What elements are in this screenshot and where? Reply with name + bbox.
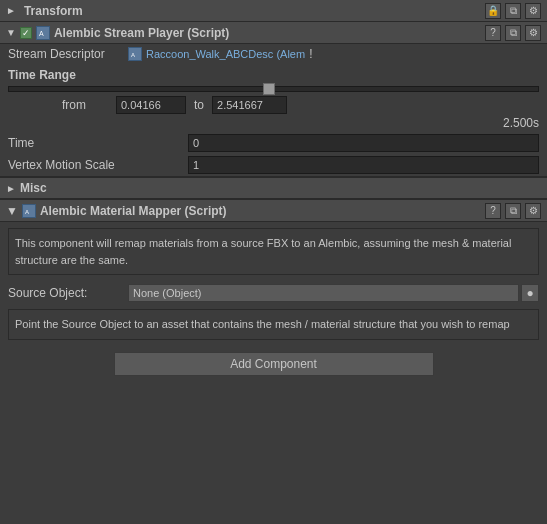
duration-value: 2.500s bbox=[503, 116, 539, 130]
from-to-row: from to bbox=[0, 94, 547, 116]
vertex-motion-scale-row: Vertex Motion Scale bbox=[0, 154, 547, 176]
player-gear-icon[interactable]: ⚙ bbox=[525, 25, 541, 41]
from-value-input[interactable] bbox=[116, 96, 186, 114]
duration-row: 2.500s bbox=[0, 116, 547, 132]
transform-arrow-icon: ► bbox=[6, 5, 16, 16]
time-range-slider[interactable] bbox=[8, 86, 539, 92]
player-component-icon: A bbox=[36, 26, 50, 40]
svg-text:A: A bbox=[25, 209, 29, 215]
stream-descriptor-label: Stream Descriptor bbox=[8, 47, 128, 61]
mapper-gear-icon[interactable]: ⚙ bbox=[525, 203, 541, 219]
mapper-hint: Point the Source Object to an asset that… bbox=[8, 309, 539, 340]
svg-text:A: A bbox=[39, 30, 44, 37]
source-object-label: Source Object: bbox=[8, 286, 128, 300]
transform-header: ► Transform 🔒 ⧉ ⚙ bbox=[0, 0, 547, 22]
player-enable-checkbox[interactable]: ✓ bbox=[20, 27, 32, 39]
time-range-slider-container bbox=[0, 84, 547, 94]
to-value-input[interactable] bbox=[212, 96, 287, 114]
alembic-player-section: ▼ ✓ A Alembic Stream Player (Script) ? ⧉… bbox=[0, 22, 547, 177]
transform-title: Transform bbox=[24, 4, 485, 18]
stream-alert-icon: ! bbox=[309, 47, 323, 61]
stream-descriptor-row: Stream Descriptor A Raccoon_Walk_ABCDesc… bbox=[0, 44, 547, 64]
source-object-picker-button[interactable]: ● bbox=[521, 284, 539, 302]
misc-header[interactable]: ► Misc bbox=[0, 177, 547, 199]
mapper-description: This component will remap materials from… bbox=[8, 228, 539, 275]
vertex-motion-scale-label: Vertex Motion Scale bbox=[8, 158, 188, 172]
lock-icon[interactable]: 🔒 bbox=[485, 3, 501, 19]
time-label: Time bbox=[8, 136, 188, 150]
add-component-row: Add Component bbox=[0, 344, 547, 384]
source-object-row: Source Object: ● bbox=[0, 281, 547, 305]
gear-icon[interactable]: ⚙ bbox=[525, 3, 541, 19]
add-component-button[interactable]: Add Component bbox=[114, 352, 434, 376]
vertex-motion-scale-input[interactable] bbox=[188, 156, 539, 174]
material-mapper-header[interactable]: ▼ A Alembic Material Mapper (Script) ? ⧉… bbox=[0, 200, 547, 222]
copy-icon[interactable]: ⧉ bbox=[505, 3, 521, 19]
source-object-input[interactable] bbox=[128, 284, 519, 302]
mapper-help-icon[interactable]: ? bbox=[485, 203, 501, 219]
misc-arrow-icon: ► bbox=[6, 183, 16, 194]
stream-asset-icon: A bbox=[128, 47, 142, 61]
time-row: Time bbox=[0, 132, 547, 154]
misc-label: Misc bbox=[20, 181, 47, 195]
misc-section: ► Misc bbox=[0, 177, 547, 199]
stream-descriptor-name: Raccoon_Walk_ABCDesc (Alem bbox=[146, 48, 305, 60]
slider-thumb[interactable] bbox=[263, 83, 275, 95]
player-collapse-arrow: ▼ bbox=[6, 27, 16, 38]
mapper-title: Alembic Material Mapper (Script) bbox=[40, 204, 481, 218]
mapper-collapse-arrow: ▼ bbox=[6, 204, 18, 218]
time-value-input[interactable] bbox=[188, 134, 539, 152]
to-label: to bbox=[190, 98, 208, 112]
from-label: from bbox=[62, 98, 112, 112]
player-title: Alembic Stream Player (Script) bbox=[54, 26, 481, 40]
mapper-component-icon: A bbox=[22, 204, 36, 218]
mapper-copy-icon[interactable]: ⧉ bbox=[505, 203, 521, 219]
time-range-label: Time Range bbox=[0, 64, 547, 84]
alembic-player-header[interactable]: ▼ ✓ A Alembic Stream Player (Script) ? ⧉… bbox=[0, 22, 547, 44]
stream-descriptor-value[interactable]: A Raccoon_Walk_ABCDesc (Alem ! bbox=[128, 47, 539, 61]
player-help-icon[interactable]: ? bbox=[485, 25, 501, 41]
svg-text:A: A bbox=[131, 52, 135, 58]
material-mapper-section: ▼ A Alembic Material Mapper (Script) ? ⧉… bbox=[0, 199, 547, 340]
player-copy-icon[interactable]: ⧉ bbox=[505, 25, 521, 41]
